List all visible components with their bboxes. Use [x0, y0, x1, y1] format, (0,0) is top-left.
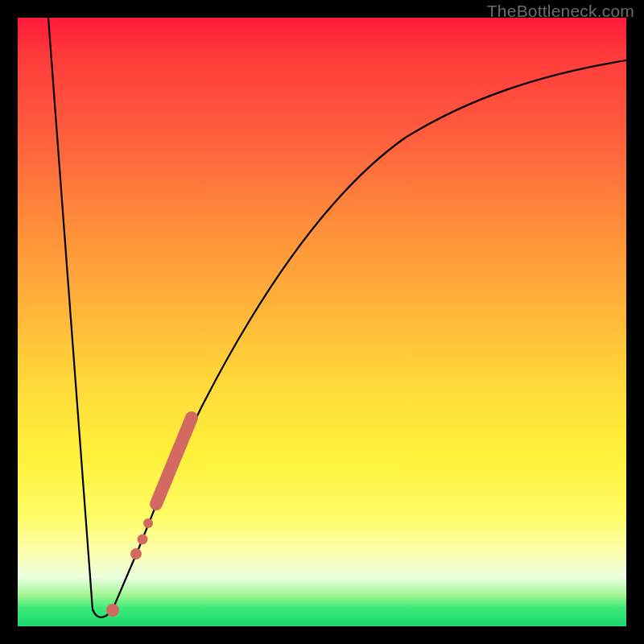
- chart-plot-area: [18, 18, 626, 626]
- bottleneck-curve: [48, 18, 626, 617]
- annotation-dot: [138, 535, 148, 545]
- chart-svg: [18, 18, 626, 626]
- annotation-dots-segment: [156, 418, 192, 504]
- chart-frame: TheBottleneck.com: [0, 0, 644, 644]
- annotation-dot: [130, 548, 142, 559]
- annotation-dot: [143, 518, 153, 528]
- annotation-dot: [106, 604, 119, 617]
